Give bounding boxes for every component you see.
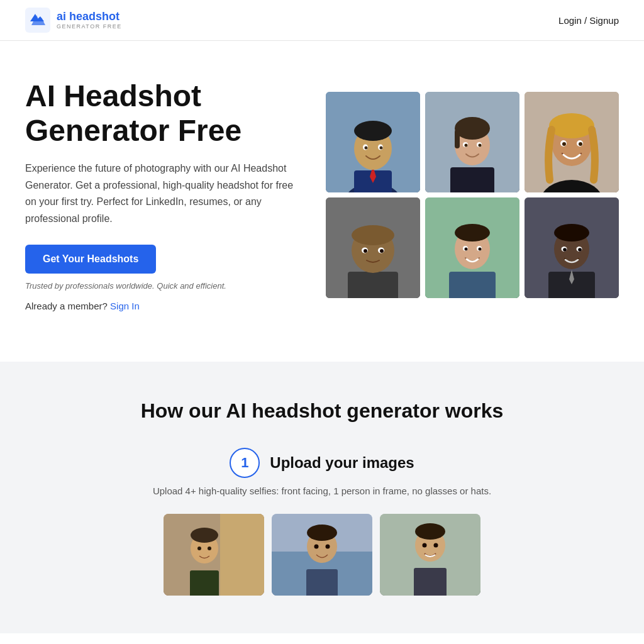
step-1-description: Upload 4+ high-quality selfies: front fa… (153, 486, 491, 496)
step-1-label: Upload your images (270, 454, 414, 472)
svg-rect-54 (220, 514, 264, 596)
svg-point-9 (365, 146, 368, 149)
svg-point-19 (479, 143, 482, 147)
svg-point-43 (479, 247, 482, 250)
hero-description: Experience the future of photography wit… (25, 160, 302, 227)
svg-rect-29 (348, 272, 398, 298)
headshot-3 (525, 92, 619, 192)
step-1-header: 1 Upload your images (230, 448, 414, 478)
svg-point-35 (380, 249, 384, 253)
svg-rect-15 (455, 130, 460, 148)
svg-point-69 (415, 523, 445, 540)
headshot-4 (326, 197, 420, 298)
logo-icon (25, 8, 50, 33)
member-text: Already a member? Sign In (25, 301, 302, 311)
svg-point-39 (455, 224, 490, 242)
svg-rect-57 (190, 570, 219, 596)
logo: ai headshot GENERATOR FREE (25, 8, 122, 33)
headshot-grid (326, 92, 619, 298)
get-headshots-button[interactable]: Get Your Headshots (25, 245, 156, 274)
how-title: How our AI headshot generator works (25, 399, 619, 423)
svg-point-10 (380, 146, 383, 149)
step-1: 1 Upload your images Upload 4+ high-qual… (25, 448, 619, 596)
svg-point-65 (314, 544, 319, 548)
logo-sub: GENERATOR FREE (57, 23, 122, 30)
hero-section: AI Headshot Generator Free Experience th… (0, 41, 644, 362)
svg-point-31 (352, 225, 394, 245)
svg-point-52 (578, 248, 582, 252)
header: ai headshot GENERATOR FREE Login / Signu… (0, 0, 644, 41)
svg-point-14 (455, 117, 490, 140)
hero-left: AI Headshot Generator Free Experience th… (25, 79, 302, 311)
trust-text: Trusted by professionals worldwide. Quic… (25, 281, 302, 291)
svg-rect-64 (306, 569, 338, 596)
svg-point-58 (197, 547, 201, 550)
sample-photo-3 (380, 514, 480, 596)
how-it-works-section: How our AI headshot generator works 1 Up… (0, 362, 644, 633)
headshot-2 (425, 92, 519, 192)
svg-rect-37 (449, 272, 496, 298)
svg-point-72 (434, 543, 438, 547)
logo-ai: ai (57, 10, 66, 23)
sample-photo-2 (272, 514, 372, 596)
sign-in-link[interactable]: Sign In (110, 301, 140, 311)
login-signup-link[interactable]: Login / Signup (558, 15, 619, 26)
svg-point-6 (354, 121, 392, 141)
hero-title: AI Headshot Generator Free (25, 79, 302, 148)
sample-photos (164, 514, 480, 596)
headshot-5 (425, 197, 519, 298)
logo-main: ai headshot (57, 11, 122, 23)
svg-point-48 (554, 224, 589, 242)
logo-text: ai headshot GENERATOR FREE (57, 11, 122, 30)
svg-point-27 (579, 142, 582, 146)
svg-point-23 (549, 113, 594, 138)
svg-point-34 (364, 249, 367, 253)
svg-point-42 (465, 247, 468, 250)
sample-photo-1 (164, 514, 264, 596)
svg-point-66 (326, 544, 330, 548)
step-1-number: 1 (230, 448, 260, 478)
svg-rect-70 (414, 568, 447, 596)
headshot-6 (525, 197, 619, 298)
svg-point-56 (191, 528, 218, 543)
headshot-1 (326, 92, 420, 192)
svg-point-63 (307, 525, 337, 541)
svg-rect-12 (450, 167, 494, 192)
svg-point-18 (465, 143, 468, 147)
svg-point-59 (208, 547, 211, 550)
svg-point-71 (423, 543, 427, 547)
svg-point-51 (563, 248, 567, 252)
svg-point-26 (562, 142, 566, 146)
